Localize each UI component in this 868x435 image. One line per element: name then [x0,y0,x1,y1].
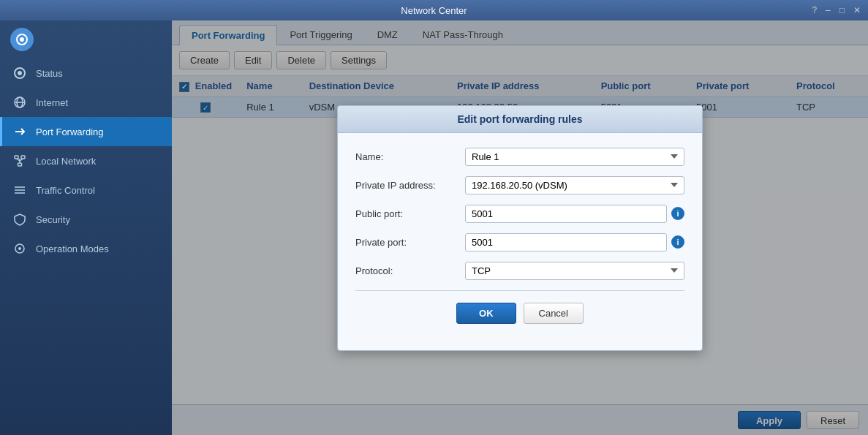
protocol-input-wrap: TCP [465,262,684,280]
private-port-label: Private port: [355,237,465,248]
sidebar-item-label: Internet [36,97,68,108]
form-row-name: Name: Rule 1 [355,148,684,166]
public-port-input-wrap: i [465,205,684,223]
private-port-input-wrap: i [465,233,684,251]
sidebar-item-label: Security [36,214,70,225]
private-ip-label: Private IP address: [355,180,465,191]
local-network-icon [12,154,27,168]
security-icon [12,212,27,227]
protocol-select[interactable]: TCP [465,262,684,280]
ok-button[interactable]: OK [456,303,516,324]
main-layout: Status Internet Port Forwarding Local Ne… [0,20,868,435]
titlebar-controls: ? – □ ✕ [810,5,862,15]
svg-point-3 [18,71,22,75]
svg-rect-9 [18,163,22,166]
app-logo-icon [10,28,34,51]
sidebar-item-label: Local Network [36,156,96,167]
private-port-info-icon[interactable]: i [671,235,684,249]
public-port-input[interactable] [465,205,667,223]
port-forwarding-icon [12,124,27,139]
modal-divider [355,290,684,291]
sidebar: Status Internet Port Forwarding Local Ne… [0,20,172,435]
status-icon [12,66,27,80]
sidebar-item-label: Status [36,68,63,79]
sidebar-item-status[interactable]: Status [0,58,172,88]
sidebar-item-security[interactable]: Security [0,205,172,234]
sidebar-logo [0,20,172,58]
form-row-private-ip: Private IP address: 192.168.20.50 (vDSM) [355,176,684,194]
modal-overlay: Edit port forwarding rules Name: Rule 1 [172,20,868,435]
modal-footer: OK Cancel [355,303,684,336]
edit-modal: Edit port forwarding rules Name: Rule 1 [337,105,703,351]
name-select[interactable]: Rule 1 [465,148,684,166]
protocol-label: Protocol: [355,265,465,276]
form-row-protocol: Protocol: TCP [355,262,684,280]
public-port-label: Public port: [355,208,465,219]
name-input-wrap: Rule 1 [465,148,684,166]
form-row-public-port: Public port: i [355,205,684,223]
titlebar-title: Network Center [401,5,467,16]
maximize-button[interactable]: □ [838,5,846,15]
minimize-button[interactable]: – [824,5,832,15]
name-label: Name: [355,151,465,162]
cancel-button[interactable]: Cancel [524,303,584,324]
sidebar-item-local-network[interactable]: Local Network [0,146,172,175]
operation-modes-icon [12,241,27,256]
sidebar-item-port-forwarding[interactable]: Port Forwarding [0,117,172,146]
content-area: Port Forwarding Port Triggering DMZ NAT … [172,20,868,435]
svg-rect-8 [21,156,25,159]
internet-icon [12,95,27,110]
svg-point-17 [18,247,21,250]
modal-body: Name: Rule 1 Private IP address: 192.16 [338,133,702,350]
svg-point-1 [20,37,24,42]
public-port-info-icon[interactable]: i [671,207,684,220]
modal-title: Edit port forwarding rules [338,106,702,133]
sidebar-item-label: Port Forwarding [36,126,103,137]
sidebar-item-label: Operation Modes [36,243,109,254]
form-row-private-port: Private port: i [355,233,684,251]
private-port-input[interactable] [465,233,667,251]
help-button[interactable]: ? [810,5,818,15]
sidebar-item-label: Traffic Control [36,185,95,196]
private-ip-input-wrap: 192.168.20.50 (vDSM) [465,176,684,194]
sidebar-item-internet[interactable]: Internet [0,88,172,117]
svg-rect-7 [15,156,18,159]
private-ip-select[interactable]: 192.168.20.50 (vDSM) [465,176,684,194]
close-button[interactable]: ✕ [852,5,862,15]
sidebar-item-operation-modes[interactable]: Operation Modes [0,234,172,263]
traffic-control-icon [12,183,27,197]
titlebar: Network Center ? – □ ✕ [0,0,868,20]
sidebar-item-traffic-control[interactable]: Traffic Control [0,175,172,205]
